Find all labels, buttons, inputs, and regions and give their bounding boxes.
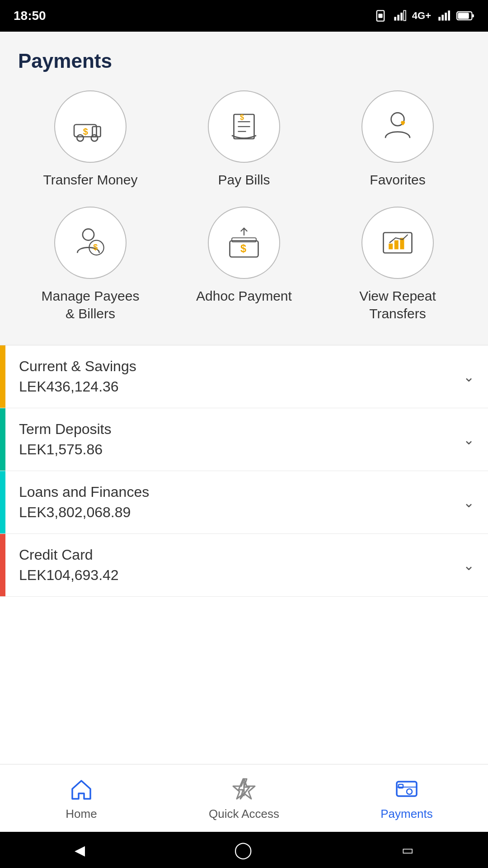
adhoc-payment-label: Adhoc Payment (196, 287, 292, 305)
svg-rect-11 (458, 13, 469, 19)
sim-icon (374, 9, 387, 22)
transfer-money-icon: $ (70, 106, 111, 147)
manage-payees-icon-circle: $ (54, 207, 127, 279)
manage-payees-icon: $ (70, 222, 111, 263)
quick-access-icon (230, 775, 258, 802)
view-repeat-transfers-item[interactable]: View RepeatTransfers (325, 207, 470, 322)
account-content: Current & Savings LEK436,124.36 (5, 345, 463, 408)
svg-text:$: $ (83, 127, 88, 137)
nav-payments[interactable]: Payments (325, 775, 488, 821)
svg-rect-33 (394, 241, 399, 250)
svg-rect-6 (438, 17, 441, 20)
payments-nav-label: Payments (380, 807, 433, 821)
account-content: Term Deposits LEK1,575.86 (5, 408, 463, 471)
view-repeat-transfers-icon-circle (361, 207, 434, 279)
svg-rect-12 (472, 14, 474, 18)
chevron-down-icon[interactable]: ⌄ (463, 534, 488, 596)
svg-rect-18 (234, 114, 254, 139)
svg-rect-4 (400, 13, 403, 21)
svg-rect-14 (93, 127, 101, 137)
manage-payees-item[interactable]: $ Manage Payees& Billers (18, 207, 163, 322)
account-name: Loans and Finances (19, 484, 450, 500)
account-loans-finances[interactable]: Loans and Finances LEK3,802,068.89 ⌄ (0, 471, 488, 534)
account-balance: LEK104,693.42 (19, 567, 450, 584)
svg-rect-34 (400, 238, 404, 249)
svg-point-24 (83, 229, 94, 240)
pay-bills-label: Pay Bills (218, 171, 270, 189)
chevron-down-icon[interactable]: ⌄ (463, 408, 488, 471)
svg-rect-3 (397, 15, 399, 21)
account-term-deposits[interactable]: Term Deposits LEK1,575.86 ⌄ (0, 408, 488, 471)
payments-grid: $ Transfer Money $ (18, 90, 470, 322)
favorites-icon-circle (361, 90, 434, 163)
adhoc-payment-item[interactable]: $ Adhoc Payment (172, 207, 316, 322)
transfer-money-item[interactable]: $ Transfer Money (18, 90, 163, 189)
signal-icon (392, 9, 407, 22)
account-balance: LEK436,124.36 (19, 378, 450, 395)
account-name: Term Deposits (19, 421, 450, 438)
svg-text:$: $ (240, 113, 244, 121)
pay-bills-icon: $ (224, 106, 264, 147)
account-balance: LEK3,802,068.89 (19, 504, 450, 521)
signal-icon-2 (436, 9, 451, 22)
svg-text:$: $ (240, 243, 246, 255)
home-label: Home (66, 807, 97, 821)
pay-bills-icon-circle: $ (208, 90, 280, 163)
account-name: Credit Card (19, 547, 450, 563)
back-button[interactable]: ◀ (75, 842, 85, 858)
svg-point-25 (89, 241, 103, 255)
home-icon (68, 775, 95, 802)
account-current-savings[interactable]: Current & Savings LEK436,124.36 ⌄ (0, 345, 488, 408)
account-bar-green (0, 408, 5, 471)
view-repeat-transfers-icon (377, 222, 418, 263)
main-content: Payments $ Tran (0, 32, 488, 868)
svg-rect-32 (389, 244, 393, 250)
status-icons: 4G+ (374, 9, 474, 22)
time: 18:50 (14, 9, 46, 23)
transfer-money-label: Transfer Money (43, 171, 138, 189)
adhoc-payment-icon-circle: $ (208, 207, 280, 279)
svg-text:$: $ (93, 243, 98, 252)
svg-rect-1 (378, 14, 382, 18)
battery-icon (456, 9, 474, 22)
account-credit-card[interactable]: Credit Card LEK104,693.42 ⌄ (0, 534, 488, 597)
4g-label: 4G+ (412, 10, 431, 22)
account-bar-teal (0, 471, 5, 533)
nav-quick-access[interactable]: Quick Access (163, 775, 325, 821)
status-bar: 18:50 4G+ (0, 0, 488, 32)
svg-rect-13 (74, 125, 97, 137)
payments-nav-icon (393, 775, 420, 802)
nav-home[interactable]: Home (0, 775, 163, 821)
adhoc-payment-icon: $ (224, 222, 264, 263)
svg-point-39 (407, 789, 412, 794)
account-content: Credit Card LEK104,693.42 (5, 534, 463, 596)
svg-rect-9 (448, 10, 450, 20)
home-button[interactable]: ◯ (234, 840, 252, 859)
svg-rect-2 (394, 17, 396, 20)
page-title: Payments (18, 50, 470, 72)
view-repeat-transfers-label: View RepeatTransfers (359, 287, 436, 322)
favorites-label: Favorites (370, 171, 425, 189)
svg-rect-8 (445, 13, 447, 21)
quick-access-label: Quick Access (209, 807, 279, 821)
svg-rect-31 (384, 233, 412, 253)
account-content: Loans and Finances LEK3,802,068.89 (5, 471, 463, 533)
manage-payees-label: Manage Payees& Billers (42, 287, 140, 322)
favorites-icon (377, 106, 418, 147)
svg-rect-28 (232, 238, 256, 242)
svg-rect-7 (441, 15, 444, 21)
account-bar-gold (0, 345, 5, 408)
svg-point-23 (391, 113, 404, 126)
pay-bills-item[interactable]: $ Pay Bills (172, 90, 316, 189)
account-balance: LEK1,575.86 (19, 441, 450, 458)
chevron-down-icon[interactable]: ⌄ (463, 471, 488, 533)
favorites-item[interactable]: Favorites (325, 90, 470, 189)
payments-section: Payments $ Tran (0, 32, 488, 345)
chevron-down-icon[interactable]: ⌄ (463, 345, 488, 408)
account-name: Current & Savings (19, 358, 450, 375)
recent-button[interactable]: ▭ (402, 843, 413, 858)
svg-rect-5 (404, 10, 406, 20)
account-bar-red (0, 534, 5, 596)
svg-rect-27 (230, 241, 258, 257)
transfer-money-icon-circle: $ (54, 90, 127, 163)
